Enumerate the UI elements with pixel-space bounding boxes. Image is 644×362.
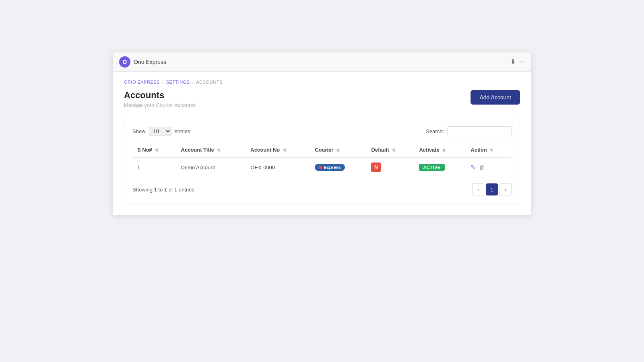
breadcrumb-sep-1: / bbox=[162, 80, 164, 84]
sort-icon-account-no[interactable]: ⇅ bbox=[283, 148, 286, 152]
sort-icon-action[interactable]: ⇅ bbox=[490, 148, 493, 152]
breadcrumb-current: ACCOUNTS bbox=[196, 80, 223, 84]
col-activate: Activate ⇅ bbox=[414, 143, 466, 157]
default-badge: N bbox=[371, 162, 381, 172]
search-label: Search: bbox=[426, 128, 444, 134]
showing-text: Showing 1 to 1 of 1 entries bbox=[132, 187, 194, 193]
pagination: ‹ 1 › bbox=[472, 183, 512, 195]
sort-icon-courier[interactable]: ⇅ bbox=[336, 148, 340, 152]
delete-icon[interactable]: 🗑 bbox=[479, 164, 485, 171]
col-sno: S No# ⇅ bbox=[132, 143, 176, 157]
col-courier: Courier ⇅ bbox=[310, 143, 366, 157]
sort-icon-account-title[interactable]: ⇅ bbox=[217, 148, 220, 152]
col-default: Default ⇅ bbox=[366, 143, 414, 157]
col-account-title: Account Title ⇅ bbox=[176, 143, 246, 157]
action-icons: ✎ 🗑 bbox=[471, 164, 507, 171]
prev-page-button[interactable]: ‹ bbox=[472, 183, 484, 195]
sort-icon-sno[interactable]: ⇅ bbox=[155, 148, 158, 152]
table-controls: Show 10 25 50 100 entries Search: bbox=[132, 126, 512, 136]
page-header-left: Accounts Manage your Courier Accounts bbox=[124, 90, 196, 108]
page-title: Accounts bbox=[124, 90, 196, 101]
edit-icon[interactable]: ✎ bbox=[471, 164, 476, 171]
courier-badge: Express bbox=[315, 164, 345, 171]
download-icon[interactable]: ⬇ bbox=[510, 58, 516, 66]
search-input[interactable] bbox=[447, 126, 512, 136]
sort-icon-default[interactable]: ⇅ bbox=[392, 148, 395, 152]
accounts-table: S No# ⇅ Account Title ⇅ Account No ⇅ C bbox=[132, 143, 512, 177]
entries-label: entries bbox=[175, 128, 190, 134]
cell-activate: ACTIVE bbox=[414, 157, 466, 177]
cell-sno: 1 bbox=[132, 157, 176, 177]
breadcrumb: ORIO EXPRESS / SETTINGS / ACCOUNTS bbox=[124, 80, 520, 84]
breadcrumb-sep-2: / bbox=[192, 80, 194, 84]
search-box: Search: bbox=[426, 126, 512, 136]
courier-dot bbox=[319, 166, 322, 169]
col-action: Action ⇅ bbox=[466, 143, 512, 157]
titlebar: O Orio Express ⬇ ··· bbox=[113, 52, 531, 72]
breadcrumb-link-settings[interactable]: SETTINGS bbox=[166, 80, 190, 84]
add-account-button[interactable]: Add Account bbox=[471, 90, 520, 105]
cell-action: ✎ 🗑 bbox=[466, 157, 512, 177]
cell-account-title: Demo Account bbox=[176, 157, 246, 177]
page-subtitle: Manage your Courier Accounts bbox=[124, 102, 196, 108]
cell-default: N bbox=[366, 157, 414, 177]
cell-account-no: OEX-0000 bbox=[246, 157, 310, 177]
entries-select[interactable]: 10 25 50 100 bbox=[149, 127, 171, 136]
more-options-icon[interactable]: ··· bbox=[520, 58, 525, 66]
table-row: 1 Demo Account OEX-0000 Express N bbox=[132, 157, 512, 177]
main-window: O Orio Express ⬇ ··· ORIO EXPRESS / SETT… bbox=[113, 52, 531, 215]
titlebar-right: ⬇ ··· bbox=[510, 58, 525, 66]
page-header: Accounts Manage your Courier Accounts Ad… bbox=[124, 90, 520, 108]
breadcrumb-link-home[interactable]: ORIO EXPRESS bbox=[124, 80, 160, 84]
main-content: ORIO EXPRESS / SETTINGS / ACCOUNTS Accou… bbox=[113, 72, 531, 215]
page-1-button[interactable]: 1 bbox=[486, 183, 498, 195]
col-account-no: Account No ⇅ bbox=[246, 143, 310, 157]
app-logo: O bbox=[119, 56, 130, 68]
next-page-button[interactable]: › bbox=[500, 183, 512, 195]
table-footer: Showing 1 to 1 of 1 entries ‹ 1 › bbox=[132, 183, 512, 195]
table-card: Show 10 25 50 100 entries Search: bbox=[124, 118, 520, 204]
cell-courier: Express bbox=[310, 157, 366, 177]
titlebar-left: O Orio Express bbox=[119, 56, 166, 68]
show-label: Show bbox=[132, 128, 146, 134]
sort-icon-activate[interactable]: ⇅ bbox=[442, 148, 446, 152]
active-badge: ACTIVE bbox=[419, 164, 444, 171]
show-entries: Show 10 25 50 100 entries bbox=[132, 127, 190, 136]
app-title: Orio Express bbox=[134, 59, 166, 65]
table-header-row: S No# ⇅ Account Title ⇅ Account No ⇅ C bbox=[132, 143, 512, 157]
